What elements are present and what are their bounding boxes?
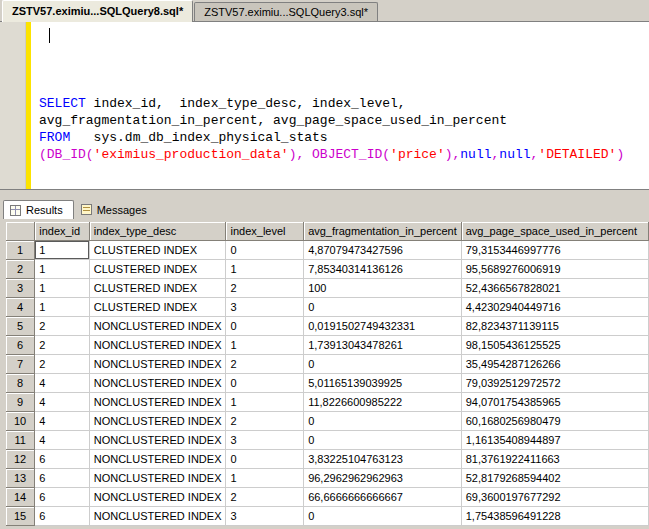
grid-cell[interactable]: 94,0701754385965 — [461, 393, 648, 412]
row-number[interactable]: 8 — [6, 374, 35, 393]
document-tab-1[interactable]: ZSTV57.eximiu...SQLQuery8.sql* — [2, 0, 193, 22]
grid-cell[interactable]: 4 — [35, 393, 90, 412]
grid-cell[interactable]: NONCLUSTERED INDEX — [89, 450, 226, 469]
grid-cell[interactable]: 1 — [226, 469, 304, 488]
grid-cell[interactable]: CLUSTERED INDEX — [89, 279, 226, 298]
code-line[interactable]: SELECT index_id, index_type_desc, index_… — [39, 95, 649, 112]
row-number[interactable]: 1 — [6, 241, 35, 260]
code-area[interactable]: SELECT index_id, index_type_desc, index_… — [31, 22, 649, 189]
grid-cell[interactable]: 81,3761922411663 — [461, 450, 648, 469]
grid-cell[interactable]: 1 — [35, 260, 90, 279]
grid-cell[interactable]: 2 — [35, 355, 90, 374]
grid-cell[interactable]: NONCLUSTERED INDEX — [89, 317, 226, 336]
grid-cell[interactable]: 4,42302940449716 — [461, 298, 648, 317]
grid-cell[interactable]: 52,8179268594402 — [461, 469, 648, 488]
row-number[interactable]: 9 — [6, 393, 35, 412]
grid-cell[interactable]: NONCLUSTERED INDEX — [89, 507, 226, 526]
grid-cell[interactable]: 0 — [226, 317, 304, 336]
grid-cell[interactable]: 0,0191502749432331 — [304, 317, 462, 336]
results-tab-results[interactable]: Results — [3, 200, 74, 219]
grid-cell[interactable]: CLUSTERED INDEX — [89, 241, 226, 260]
grid-cell[interactable]: 3 — [226, 507, 304, 526]
grid-cell[interactable]: NONCLUSTERED INDEX — [89, 412, 226, 431]
grid-cell[interactable]: 2 — [226, 412, 304, 431]
grid-cell[interactable]: 6 — [35, 507, 90, 526]
grid-cell[interactable]: 35,4954287126266 — [461, 355, 648, 374]
grid-corner-cell[interactable] — [6, 222, 35, 241]
grid-cell[interactable]: NONCLUSTERED INDEX — [89, 374, 226, 393]
grid-cell[interactable]: 4 — [35, 374, 90, 393]
grid-cell[interactable]: CLUSTERED INDEX — [89, 260, 226, 279]
sql-editor[interactable]: SELECT index_id, index_type_desc, index_… — [0, 22, 649, 190]
row-number[interactable]: 2 — [6, 260, 35, 279]
grid-cell[interactable]: NONCLUSTERED INDEX — [89, 355, 226, 374]
code-line[interactable]: FROM sys.dm_db_index_physical_stats — [39, 129, 649, 146]
grid-cell[interactable]: 66,6666666666667 — [304, 488, 462, 507]
grid-cell[interactable]: 4,87079473427596 — [304, 241, 462, 260]
grid-cell[interactable]: 5,01165139039925 — [304, 374, 462, 393]
grid-cell[interactable]: 0 — [304, 507, 462, 526]
grid-cell[interactable]: 1,75438596491228 — [461, 507, 648, 526]
grid-cell[interactable]: NONCLUSTERED INDEX — [89, 431, 226, 450]
grid-cell[interactable]: NONCLUSTERED INDEX — [89, 393, 226, 412]
grid-cell[interactable]: 1 — [226, 336, 304, 355]
grid-cell[interactable]: 69,3600197677292 — [461, 488, 648, 507]
grid-cell[interactable]: 2 — [226, 279, 304, 298]
grid-cell[interactable]: 0 — [304, 431, 462, 450]
row-number[interactable]: 13 — [6, 469, 35, 488]
grid-cell[interactable]: 2 — [226, 488, 304, 507]
grid-cell[interactable]: 0 — [304, 298, 462, 317]
grid-cell[interactable]: 1 — [35, 298, 90, 317]
row-number[interactable]: 4 — [6, 298, 35, 317]
grid-cell[interactable]: 82,8234371139115 — [461, 317, 648, 336]
grid-cell[interactable]: 100 — [304, 279, 462, 298]
grid-cell[interactable]: 7,85340314136126 — [304, 260, 462, 279]
grid-cell[interactable]: 60,1680256980479 — [461, 412, 648, 431]
grid-cell[interactable]: 3 — [226, 298, 304, 317]
row-number[interactable]: 6 — [6, 336, 35, 355]
grid-cell[interactable]: NONCLUSTERED INDEX — [89, 336, 226, 355]
grid-cell[interactable]: 1,16135408944897 — [461, 431, 648, 450]
grid-cell[interactable]: NONCLUSTERED INDEX — [89, 488, 226, 507]
row-number[interactable]: 15 — [6, 507, 35, 526]
grid-cell[interactable]: 11,8226600985222 — [304, 393, 462, 412]
grid-cell[interactable]: 52,4366567828021 — [461, 279, 648, 298]
grid-cell[interactable]: 1 — [226, 260, 304, 279]
column-header-index_type_desc[interactable]: index_type_desc — [89, 222, 226, 241]
grid-cell[interactable]: 2 — [35, 317, 90, 336]
grid-cell[interactable]: 1 — [226, 393, 304, 412]
row-number[interactable]: 7 — [6, 355, 35, 374]
column-header-index_level[interactable]: index_level — [226, 222, 304, 241]
grid-cell[interactable]: 95,5689276006919 — [461, 260, 648, 279]
grid-cell[interactable]: NONCLUSTERED INDEX — [89, 469, 226, 488]
grid-cell[interactable]: 2 — [35, 336, 90, 355]
document-tab-2[interactable]: ZSTV57.eximiu...SQLQuery3.sql* — [194, 2, 378, 21]
grid-cell[interactable]: 3,83225104763123 — [304, 450, 462, 469]
grid-cell[interactable]: 98,1505436125525 — [461, 336, 648, 355]
selection-margin[interactable] — [0, 22, 26, 189]
code-line[interactable]: avg_fragmentation_in_percent, avg_page_s… — [39, 112, 649, 129]
column-header-avg_fragmentation_in_percent[interactable]: avg_fragmentation_in_percent — [304, 222, 462, 241]
code-line[interactable]: (DB_ID('eximius_production_data'), OBJEC… — [39, 146, 649, 163]
grid-cell[interactable]: 79,3153446997776 — [461, 241, 648, 260]
grid-cell[interactable]: 1 — [35, 279, 90, 298]
grid-cell[interactable]: 0 — [304, 412, 462, 431]
row-number[interactable]: 3 — [6, 279, 35, 298]
grid-cell[interactable]: 96,2962962962963 — [304, 469, 462, 488]
grid-cell[interactable]: 1 — [35, 241, 90, 260]
row-number[interactable]: 12 — [6, 450, 35, 469]
column-header-avg_page_space_used_in_percent[interactable]: avg_page_space_used_in_percent — [461, 222, 648, 241]
grid-cell[interactable]: 4 — [35, 431, 90, 450]
grid-cell[interactable]: 2 — [226, 355, 304, 374]
row-number[interactable]: 5 — [6, 317, 35, 336]
grid-cell[interactable]: 6 — [35, 488, 90, 507]
grid-cell[interactable]: 1,73913043478261 — [304, 336, 462, 355]
grid-cell[interactable]: 6 — [35, 450, 90, 469]
row-number[interactable]: 10 — [6, 412, 35, 431]
grid-cell[interactable]: 79,0392512972572 — [461, 374, 648, 393]
grid-cell[interactable]: 0 — [226, 450, 304, 469]
grid-cell[interactable]: 0 — [226, 374, 304, 393]
grid-cell[interactable]: 0 — [226, 241, 304, 260]
grid-cell[interactable]: 6 — [35, 469, 90, 488]
row-number[interactable]: 14 — [6, 488, 35, 507]
